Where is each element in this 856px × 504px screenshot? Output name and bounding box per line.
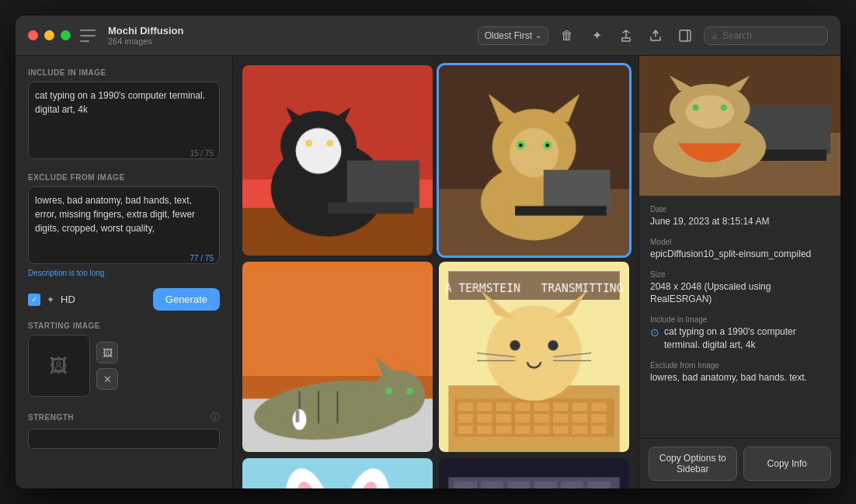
starting-image-section: STARTING IMAGE 🖼 🖼 ✕ [28, 322, 220, 397]
expand-icon[interactable]: ⊙ [650, 326, 659, 339]
export-button[interactable] [645, 25, 666, 47]
sort-label: Oldest First [485, 30, 532, 41]
image-drop-area: 🖼 🖼 ✕ [28, 335, 220, 397]
strength-section: STRENGTH ⓘ 0.75 [28, 411, 220, 449]
clear-image-button[interactable]: ✕ [96, 368, 118, 390]
hd-checkbox[interactable]: ✓ [28, 294, 40, 306]
exclude-warning: Description is too long [28, 269, 220, 277]
include-section: INCLUDE IN IMAGE cat typing on a 1990's … [28, 68, 220, 162]
exclude-textarea[interactable]: lowres, bad anatomy, bad hands, text, er… [28, 186, 220, 264]
gallery-item-3[interactable] [242, 262, 433, 452]
search-input[interactable] [722, 30, 819, 41]
exclude-info-row: Exclude from Image lowres, bad anatomy, … [650, 361, 830, 384]
chevron-down-icon: ⌄ [535, 31, 541, 40]
gallery-grid [242, 65, 629, 488]
strength-input[interactable]: 0.75 [28, 429, 220, 449]
info-panel: Date June 19, 2023 at 8:15:14 AM Model e… [639, 56, 840, 488]
model-row: Model epicDiffusion10_split-einsum_compi… [650, 238, 830, 261]
share-button[interactable] [615, 25, 637, 47]
include-textarea[interactable]: cat typing on a 1990's computer terminal… [28, 82, 220, 159]
titlebar: Mochi Diffusion 264 images Oldest First … [16, 16, 840, 56]
generate-button[interactable]: Generate [153, 288, 220, 311]
exclude-section: EXCLUDE FROM IMAGE lowres, bad anatomy, … [28, 173, 220, 277]
info-footer: Copy Options to Sidebar Copy Info [639, 438, 840, 488]
exclude-textarea-wrapper: lowres, bad anatomy, bad hands, text, er… [28, 186, 220, 267]
size-value: 2048 x 2048 (Upscaled using RealESRGAN) [650, 280, 830, 307]
info-preview [639, 56, 840, 196]
model-label: Model [650, 238, 830, 246]
include-textarea-wrapper: cat typing on a 1990's computer terminal… [28, 82, 220, 162]
hd-generate-row: ✓ ✦ HD Generate [28, 288, 220, 311]
gallery-item-6[interactable] [439, 458, 629, 488]
panel-toggle-button[interactable] [674, 25, 696, 47]
size-label: Size [650, 270, 830, 279]
app-subtitle: 264 images [108, 36, 478, 46]
sidebar: INCLUDE IN IMAGE cat typing on a 1990's … [16, 56, 233, 488]
minimize-button[interactable] [44, 30, 54, 40]
image-placeholder[interactable]: 🖼 [28, 335, 90, 397]
title-area: Mochi Diffusion 264 images [108, 25, 478, 46]
magic-button[interactable]: ✦ [586, 25, 607, 47]
starting-image-label: STARTING IMAGE [28, 322, 220, 330]
gallery-item-1[interactable] [242, 65, 433, 255]
include-info-row: Include in Image ⊙ cat typing on a 1990'… [650, 315, 830, 352]
include-label: INCLUDE IN IMAGE [28, 68, 220, 77]
delete-button[interactable]: 🗑 [556, 25, 578, 47]
include-info-value: cat typing on a 1990's computer terminal… [664, 325, 830, 352]
sparkle-icon: ✦ [47, 294, 54, 305]
date-row: Date June 19, 2023 at 8:15:14 AM [650, 205, 830, 228]
exclude-label: EXCLUDE FROM IMAGE [28, 173, 220, 182]
date-label: Date [650, 205, 830, 214]
toolbar-actions: Oldest First ⌄ 🗑 ✦ [478, 25, 828, 47]
model-value: epicDiffusion10_split-einsum_compiled [650, 248, 830, 261]
strength-row: STRENGTH ⓘ [28, 411, 220, 424]
strength-label: STRENGTH [28, 413, 206, 422]
image-actions: 🖼 ✕ [96, 342, 118, 390]
app-title: Mochi Diffusion [108, 25, 478, 36]
exclude-char-count: 77 / 75 [190, 254, 214, 262]
info-details: Date June 19, 2023 at 8:15:14 AM Model e… [639, 196, 840, 438]
sort-selector[interactable]: Oldest First ⌄ [478, 26, 548, 45]
exclude-info-label: Exclude from Image [650, 361, 830, 370]
include-char-count: 15 / 75 [190, 149, 214, 158]
size-row: Size 2048 x 2048 (Upscaled using RealESR… [650, 270, 830, 307]
include-info-content: ⊙ cat typing on a 1990's computer termin… [650, 325, 830, 352]
traffic-lights [28, 30, 71, 40]
gallery-item-5[interactable] [242, 458, 433, 488]
include-info-label: Include in Image [650, 315, 830, 324]
content-area: INCLUDE IN IMAGE cat typing on a 1990's … [16, 56, 840, 488]
search-box[interactable]: ⌕ [704, 26, 828, 45]
copy-info-button[interactable]: Copy Info [743, 447, 832, 481]
date-value: June 19, 2023 at 8:15:14 AM [650, 215, 830, 228]
search-icon: ⌕ [712, 30, 718, 41]
info-icon[interactable]: ⓘ [211, 411, 220, 424]
gallery-item-2[interactable] [439, 65, 629, 255]
add-image-button[interactable]: 🖼 [96, 342, 118, 363]
svg-rect-0 [680, 30, 691, 41]
close-button[interactable] [28, 30, 38, 40]
maximize-button[interactable] [61, 30, 71, 40]
copy-options-button[interactable]: Copy Options to Sidebar [649, 447, 737, 481]
main-gallery[interactable] [233, 56, 639, 488]
hd-label: HD [61, 294, 147, 305]
image-placeholder-icon: 🖼 [50, 355, 68, 377]
sidebar-toggle-button[interactable] [80, 30, 96, 42]
check-icon: ✓ [31, 295, 37, 304]
exclude-info-value: lowres, bad anatomy, bad hands. text. [650, 371, 830, 384]
app-window: Mochi Diffusion 264 images Oldest First … [16, 16, 840, 488]
gallery-item-4[interactable] [439, 262, 629, 452]
